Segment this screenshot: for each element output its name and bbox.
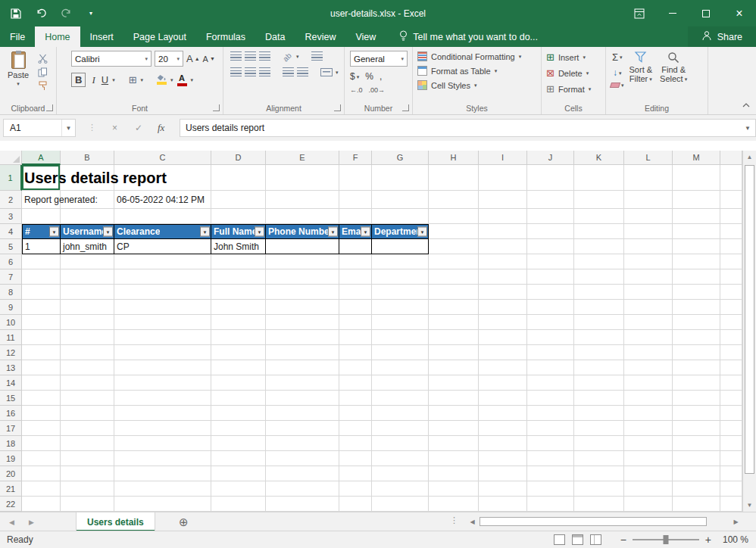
cell-F22[interactable] — [339, 497, 372, 512]
cell-K11[interactable] — [574, 330, 624, 345]
cell-I20[interactable] — [479, 466, 527, 481]
row-header-12[interactable]: 12 — [0, 345, 22, 360]
number-dialog-launcher-icon[interactable] — [402, 104, 409, 111]
cell-G13[interactable] — [372, 360, 429, 375]
cell-J7[interactable] — [527, 269, 574, 285]
cell-C21[interactable] — [114, 481, 211, 497]
cell-K9[interactable] — [574, 300, 624, 315]
tab-scrollbar-splitter[interactable]: ⋮ — [450, 515, 458, 525]
row-header-21[interactable]: 21 — [0, 481, 22, 497]
increase-decimal-button[interactable]: ←.0 — [350, 86, 363, 94]
row-header-14[interactable]: 14 — [0, 375, 22, 391]
font-color-button[interactable]: A — [177, 74, 187, 86]
cell-C13[interactable] — [114, 360, 211, 375]
cell-H17[interactable] — [429, 421, 479, 436]
cell-K18[interactable] — [574, 436, 624, 451]
cell-M17[interactable] — [673, 421, 720, 436]
cell-C3[interactable] — [114, 209, 211, 224]
italic-button[interactable]: I — [89, 74, 97, 86]
cell-M2[interactable] — [673, 191, 720, 209]
cell-M11[interactable] — [673, 330, 720, 345]
cell-M12[interactable] — [673, 345, 720, 360]
cell-K5[interactable] — [574, 239, 624, 254]
row-header-19[interactable]: 19 — [0, 451, 22, 466]
cell-H9[interactable] — [429, 300, 479, 315]
cell-I9[interactable] — [479, 300, 527, 315]
cell-X18[interactable] — [720, 436, 742, 451]
column-header-B[interactable]: B — [61, 151, 114, 165]
cell-J18[interactable] — [527, 436, 574, 451]
cell-J2[interactable] — [527, 191, 574, 209]
increase-font-size-icon[interactable]: A▲ — [186, 53, 200, 64]
zoom-out-icon[interactable]: − — [620, 534, 626, 546]
ribbon-tab-data[interactable]: Data — [255, 26, 295, 47]
cell-G22[interactable] — [372, 497, 429, 512]
cell-C15[interactable] — [114, 391, 211, 406]
cell-M15[interactable] — [673, 391, 720, 406]
cell-M16[interactable] — [673, 406, 720, 421]
cell-G9[interactable] — [372, 300, 429, 315]
cell-B16[interactable] — [61, 406, 114, 421]
cell-B6[interactable] — [61, 254, 114, 269]
cell-H3[interactable] — [429, 209, 479, 224]
cell-D5[interactable]: John Smith — [211, 239, 266, 254]
cell-G18[interactable] — [372, 436, 429, 451]
borders-dropdown-icon[interactable]: ▾ — [141, 77, 144, 83]
cell-H21[interactable] — [429, 481, 479, 497]
scroll-left-icon[interactable]: ◀ — [466, 515, 479, 528]
cell-M19[interactable] — [673, 451, 720, 466]
cell-A1[interactable]: Users details report — [22, 165, 61, 191]
cell-J5[interactable] — [527, 239, 574, 254]
cell-A2[interactable]: Report generated: — [22, 191, 61, 209]
cell-H7[interactable] — [429, 269, 479, 285]
row-header-9[interactable]: 9 — [0, 300, 22, 315]
cell-M3[interactable] — [673, 209, 720, 224]
cell-X15[interactable] — [720, 391, 742, 406]
cell-L4[interactable] — [624, 224, 673, 239]
cancel-icon[interactable]: × — [112, 123, 117, 133]
cell-J17[interactable] — [527, 421, 574, 436]
cell-F5[interactable] — [339, 239, 372, 254]
cell-J13[interactable] — [527, 360, 574, 375]
cell-L11[interactable] — [624, 330, 673, 345]
cell-B4[interactable]: Username▼ — [61, 224, 114, 239]
insert-cells-button[interactable]: ⊞ Insert ▾ — [542, 49, 605, 65]
cell-D21[interactable] — [211, 481, 266, 497]
row-header-1[interactable]: 1 — [0, 165, 22, 191]
column-header-G[interactable]: G — [372, 151, 429, 165]
cell-F4[interactable]: Email▼ — [339, 224, 372, 239]
cell-F10[interactable] — [339, 315, 372, 330]
cell-E19[interactable] — [266, 451, 339, 466]
ribbon-tab-review[interactable]: Review — [295, 26, 345, 47]
zoom-slider[interactable] — [633, 539, 699, 540]
cell-X19[interactable] — [720, 451, 742, 466]
cell-J11[interactable] — [527, 330, 574, 345]
cell-M13[interactable] — [673, 360, 720, 375]
cell-K16[interactable] — [574, 406, 624, 421]
cell-M14[interactable] — [673, 375, 720, 391]
alignment-dialog-launcher-icon[interactable] — [334, 104, 341, 111]
cell-I17[interactable] — [479, 421, 527, 436]
format-as-table-button[interactable]: Format as Table ▾ — [413, 64, 541, 78]
cell-E13[interactable] — [266, 360, 339, 375]
save-icon[interactable] — [9, 7, 23, 20]
cell-J8[interactable] — [527, 285, 574, 300]
cell-D3[interactable] — [211, 209, 266, 224]
cell-I16[interactable] — [479, 406, 527, 421]
cell-D13[interactable] — [211, 360, 266, 375]
cut-icon[interactable] — [38, 54, 48, 64]
cell-L13[interactable] — [624, 360, 673, 375]
undo-icon[interactable] — [34, 7, 48, 20]
cell-I8[interactable] — [479, 285, 527, 300]
cell-K8[interactable] — [574, 285, 624, 300]
cell-F9[interactable] — [339, 300, 372, 315]
cell-L18[interactable] — [624, 436, 673, 451]
cell-C4[interactable]: Clearance▼ — [114, 224, 211, 239]
cell-H11[interactable] — [429, 330, 479, 345]
cell-C14[interactable] — [114, 375, 211, 391]
cell-L20[interactable] — [624, 466, 673, 481]
cell-F1[interactable] — [339, 165, 372, 191]
cell-J22[interactable] — [527, 497, 574, 512]
horizontal-scroll-thumb[interactable] — [480, 517, 707, 526]
cell-M4[interactable] — [673, 224, 720, 239]
